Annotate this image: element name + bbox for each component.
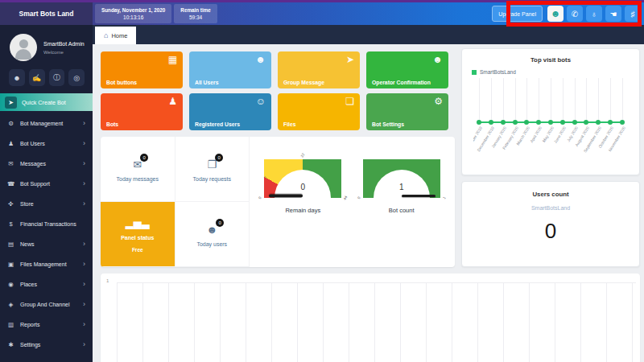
bottom-chart-plot bbox=[117, 282, 636, 362]
chart-data-point bbox=[620, 120, 625, 125]
sidebar-item-label: Bot Management bbox=[20, 121, 77, 126]
sidebar-item-messages[interactable]: ✉Messages› bbox=[0, 154, 93, 174]
sidebar-item-store[interactable]: ✜Store› bbox=[0, 194, 93, 214]
count-badge: 0 bbox=[215, 154, 223, 162]
tile-operator-confirmation[interactable]: ☻Operator Confirmation bbox=[366, 51, 448, 88]
chart-legend[interactable]: SmartBotsLand bbox=[472, 69, 639, 75]
top-visit-bots-plot: November 2019December 2019January 2020Fe… bbox=[473, 78, 628, 157]
sidebar-item-news[interactable]: ▤News› bbox=[0, 234, 93, 254]
sidebar-item-reports[interactable]: ▥Reports› bbox=[0, 315, 93, 335]
stat-label: Panel status bbox=[121, 235, 154, 241]
support-avatar-icon[interactable]: ☻ bbox=[547, 6, 564, 22]
legend-label: SmartBotsLand bbox=[480, 69, 516, 75]
sidebar-item-label: Messages bbox=[20, 161, 77, 167]
profile-icon[interactable]: ☻ bbox=[9, 69, 25, 86]
sidebar-item-files-management[interactable]: ▣Files Management› bbox=[0, 254, 93, 274]
bot-users-icon: ♟ bbox=[7, 140, 14, 147]
chart-data-point bbox=[596, 120, 601, 125]
chart-gridline bbox=[575, 78, 576, 123]
tile-files[interactable]: ❏Files bbox=[278, 93, 360, 130]
chart-gridline bbox=[515, 78, 516, 123]
sidebar-item-settings[interactable]: ✱Settings› bbox=[0, 335, 93, 355]
sidebar-item-label: Settings bbox=[20, 342, 77, 348]
sidebar-item-label: News bbox=[20, 241, 77, 247]
tile-label: Bots bbox=[106, 121, 118, 127]
sidebar-item-places[interactable]: ◉Places› bbox=[0, 274, 93, 294]
today-requests-icon-wrap: ❐0 bbox=[207, 157, 217, 171]
upgrade-panel-button[interactable]: Upgrade Panel bbox=[492, 6, 543, 22]
tile-registered-users[interactable]: ☺Registered Users bbox=[189, 93, 271, 130]
tile-bots[interactable]: ♟Bots bbox=[101, 93, 183, 130]
globe-icon[interactable]: ♁ bbox=[586, 6, 602, 22]
tile-label: Bot buttons bbox=[106, 80, 137, 85]
brand-title: Smart Bots Land bbox=[0, 2, 93, 25]
signal-icon[interactable]: ♯ bbox=[625, 6, 641, 22]
chart-gridline bbox=[526, 78, 527, 123]
stat-label: Today users bbox=[196, 241, 227, 247]
chevron-right-icon: › bbox=[83, 301, 85, 308]
gauge-label: Bot count bbox=[357, 207, 447, 214]
sidebar-item-label: Group And Channel bbox=[20, 302, 77, 307]
chart-gridline bbox=[479, 78, 480, 123]
avatar-shoulders bbox=[15, 49, 31, 60]
chart-gridline bbox=[539, 78, 539, 123]
count-badge: 0 bbox=[140, 154, 148, 162]
gauge-needle bbox=[269, 195, 303, 198]
tile-label: Group Message bbox=[283, 80, 324, 85]
sidebar: SmartBot Admin Welcome ☻✍ⓘ◎ ➤ Quick Crea… bbox=[0, 25, 93, 362]
main-content: ▦Bot buttons☻All Users➤Group Message☻Ope… bbox=[93, 44, 644, 362]
sidebar-item-label: Reports bbox=[20, 322, 77, 327]
chart-gridline bbox=[586, 78, 587, 123]
date-text: Sunday, November 1, 2020 bbox=[101, 6, 165, 14]
avatar[interactable] bbox=[10, 34, 37, 61]
info-icon[interactable]: ⓘ bbox=[49, 69, 65, 86]
chart-data-point bbox=[477, 120, 481, 125]
tab-home[interactable]: ⌂ Home bbox=[95, 27, 136, 44]
sidebar-item-bot-management[interactable]: ⚙Bot Management› bbox=[0, 113, 93, 134]
power-icon[interactable]: ◎ bbox=[68, 69, 85, 86]
bot-settings-icon: ⚙ bbox=[434, 96, 443, 107]
chart-gridline bbox=[563, 78, 564, 123]
tile-group-message[interactable]: ➤Group Message bbox=[278, 51, 360, 88]
files-management-icon: ▣ bbox=[7, 261, 14, 268]
quick-create-bot-button[interactable]: ➤ Quick Create Bot bbox=[0, 93, 93, 111]
tile-bot-buttons[interactable]: ▦Bot buttons bbox=[101, 51, 183, 88]
edit-icon[interactable]: ✍ bbox=[29, 69, 45, 86]
profile-text: SmartBot Admin Welcome bbox=[43, 40, 85, 55]
chart-data-point bbox=[608, 120, 613, 125]
gauge-tick: 22 bbox=[300, 153, 306, 158]
sidebar-menu: ⚙Bot Management›♟Bot Users›✉Messages›☎Bo… bbox=[0, 113, 93, 355]
chart-data-point bbox=[548, 120, 553, 125]
chart-data-point bbox=[560, 120, 565, 125]
stat-label: Today requests bbox=[193, 176, 231, 182]
bottom-chart-ytick: 1 bbox=[106, 278, 109, 283]
hand-icon[interactable]: ☚ bbox=[605, 6, 621, 22]
announcement-icon[interactable]: ✆ bbox=[567, 6, 583, 22]
sidebar-item-bot-users[interactable]: ♟Bot Users› bbox=[0, 134, 93, 154]
stat-label: Today messages bbox=[116, 176, 159, 182]
bottom-chart-card: 1 bbox=[101, 274, 640, 362]
chart-data-point bbox=[524, 120, 529, 125]
sidebar-item-bot-support[interactable]: ☎Bot Support› bbox=[0, 174, 93, 194]
chevron-right-icon: › bbox=[83, 261, 85, 268]
users-count-card: Users count SmartBotsLand 0 bbox=[461, 181, 640, 267]
chart-gridline bbox=[610, 78, 611, 123]
sidebar-item-group-and-channel[interactable]: ◈Group And Channel› bbox=[0, 294, 93, 315]
reports-icon: ▥ bbox=[7, 321, 14, 328]
tile-label: Registered Users bbox=[195, 121, 240, 127]
gauges: 0722440Remain days011Bot count bbox=[250, 137, 455, 267]
tile-all-users[interactable]: ☻All Users bbox=[189, 51, 271, 88]
tile-label: All Users bbox=[195, 80, 218, 85]
users-count-title: Users count bbox=[462, 191, 639, 198]
header-icon-group: ☻✆♁☚♯ bbox=[547, 6, 644, 22]
remain-time-label: Remain time bbox=[180, 6, 210, 14]
files-icon: ❏ bbox=[345, 96, 354, 107]
messages-icon: ✉ bbox=[7, 160, 14, 167]
chevron-right-icon: › bbox=[83, 120, 85, 127]
sidebar-item-financial-transactions[interactable]: $Financial Transactions bbox=[0, 214, 93, 234]
chart-data-point bbox=[513, 120, 518, 125]
stat-today-users: ☻0Today users bbox=[175, 202, 250, 267]
bots-icon: ♟ bbox=[168, 96, 177, 107]
tile-bot-settings[interactable]: ⚙Bot Settings bbox=[366, 93, 448, 130]
chevron-right-icon: › bbox=[83, 241, 85, 248]
